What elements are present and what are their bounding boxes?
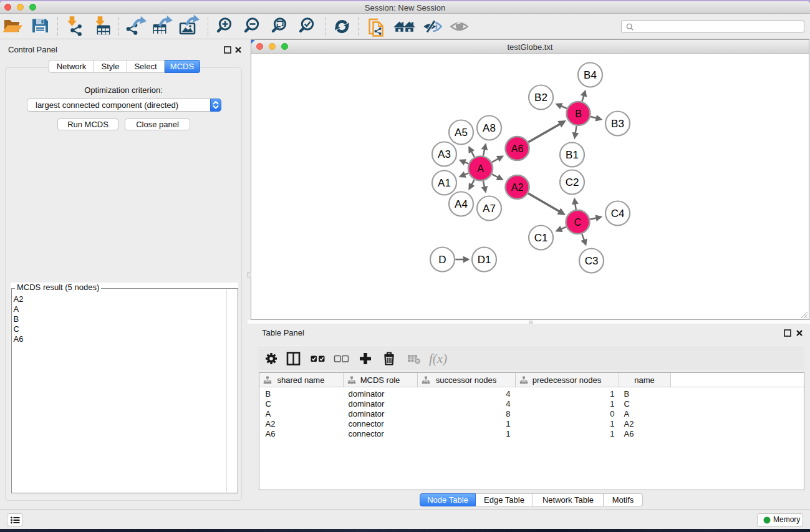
svg-text:f(x): f(x) [429,351,447,366]
svg-text:B: B [575,109,582,119]
svg-text:A1: A1 [438,177,451,189]
svg-text:A4: A4 [455,198,468,210]
svg-text:C1: C1 [534,232,548,244]
svg-text:A5: A5 [455,127,468,138]
svg-text:B2: B2 [534,92,547,104]
svg-text:C3: C3 [585,255,599,267]
svg-text:A3: A3 [438,148,451,160]
svg-text:B4: B4 [584,69,597,81]
svg-text:C4: C4 [611,208,625,220]
svg-text:D: D [438,254,446,266]
svg-text:A: A [477,163,484,174]
svg-text:D1: D1 [478,254,491,266]
svg-text:B3: B3 [611,118,624,130]
svg-text:A7: A7 [483,203,496,215]
svg-text:A2: A2 [511,182,524,193]
svg-text:A8: A8 [483,122,496,134]
svg-text:C2: C2 [566,177,579,188]
svg-text:B1: B1 [566,149,579,161]
svg-text:A6: A6 [511,143,524,154]
svg-text:C: C [574,217,582,228]
